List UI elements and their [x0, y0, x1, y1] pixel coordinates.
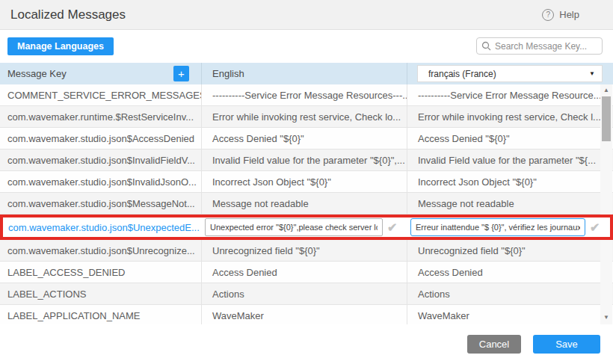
- language-select[interactable]: français (France) ▼: [417, 65, 603, 82]
- confirm-check-icon[interactable]: ✔: [590, 220, 600, 235]
- english-cell: Invalid Field value for the parameter "$…: [202, 149, 407, 170]
- table-row[interactable]: LABEL_ACCESS_DENIEDAccess DeniedAccess D…: [0, 262, 613, 283]
- footer: Cancel Save: [0, 324, 613, 364]
- english-cell: Access Denied "${0}": [202, 128, 407, 149]
- french-cell: Invalid Field value for the parameter "$…: [407, 149, 613, 170]
- add-message-key-button[interactable]: +: [173, 66, 189, 81]
- french-cell: Message not readable: [407, 193, 613, 214]
- manage-languages-button[interactable]: Manage Languages: [7, 37, 114, 55]
- column-header-language: français (France) ▼: [407, 63, 613, 84]
- message-key-cell: com.wavemaker.studio.json$AccessDenied: [0, 128, 202, 149]
- titlebar: Localized Messages ? Help: [0, 0, 613, 30]
- toolbar: Manage Languages: [0, 30, 613, 63]
- french-cell: Error while invoking rest service, Check…: [407, 106, 613, 127]
- french-cell: ----------Service Error Message Resource…: [407, 84, 613, 105]
- english-cell: Error while invoking rest service, Check…: [202, 106, 407, 127]
- scroll-up-icon[interactable]: ▲: [600, 85, 612, 96]
- page-title: Localized Messages: [10, 7, 126, 22]
- english-header-label: English: [212, 68, 244, 79]
- french-edit-input[interactable]: [410, 218, 585, 236]
- message-key-header-label: Message Key: [7, 68, 67, 79]
- french-cell: Unrecognized field "${0}": [407, 240, 613, 261]
- fr-edit-cell: ✔: [407, 218, 610, 237]
- french-cell: Incorrect Json Object "${0}": [407, 171, 613, 192]
- table-row-editing[interactable]: com.wavemaker.studio.json$UnexpectedE...…: [0, 215, 613, 240]
- english-cell: WaveMaker: [202, 305, 407, 324]
- save-button[interactable]: Save: [533, 335, 600, 354]
- french-cell: Access Denied "${0}": [407, 128, 613, 149]
- table-row[interactable]: com.wavemaker.studio.json$Unrecognize...…: [0, 240, 613, 262]
- table-row[interactable]: COMMENT_SERVICE_ERROR_MESSAGES----------…: [0, 84, 613, 106]
- french-cell: WaveMaker: [407, 305, 613, 324]
- table-row[interactable]: LABEL_ACTIONSActionsActions: [0, 283, 613, 305]
- message-key-cell: com.wavemaker.studio.json$InvalidJsonO..…: [0, 171, 202, 192]
- help-link[interactable]: ? Help: [542, 9, 579, 21]
- table-row[interactable]: com.wavemaker.runtime.$RestServiceInv...…: [0, 106, 613, 128]
- message-key-cell: COMMENT_SERVICE_ERROR_MESSAGES: [0, 84, 202, 105]
- messages-table: Message Key + English français (France) …: [0, 63, 613, 324]
- help-label: Help: [559, 9, 579, 20]
- french-cell: Actions: [407, 283, 613, 304]
- message-key-cell: com.wavemaker.studio.json$InvalidFieldV.…: [0, 149, 202, 170]
- chevron-down-icon: ▼: [589, 70, 595, 77]
- vertical-scrollbar[interactable]: ▲ ▼: [600, 84, 612, 324]
- message-key-cell: com.wavemaker.studio.json$UnexpectedE...: [3, 218, 202, 237]
- scrollbar-thumb[interactable]: [602, 96, 611, 141]
- english-cell: Message not readable: [202, 193, 407, 214]
- help-icon: ?: [542, 9, 554, 21]
- search-input[interactable]: [495, 41, 597, 52]
- message-key-cell: com.wavemaker.runtime.$RestServiceInv...: [0, 106, 202, 127]
- scroll-down-icon[interactable]: ▼: [600, 312, 612, 323]
- table-body: COMMENT_SERVICE_ERROR_MESSAGES----------…: [0, 84, 613, 324]
- message-key-cell: com.wavemaker.studio.json$MessageNot...: [0, 193, 202, 214]
- cancel-button[interactable]: Cancel: [467, 335, 521, 354]
- table-row[interactable]: LABEL_APPLICATION_NAMEWaveMakerWaveMaker: [0, 305, 613, 324]
- table-row[interactable]: com.wavemaker.studio.json$InvalidFieldV.…: [0, 149, 613, 171]
- french-cell: Access Denied: [407, 262, 613, 283]
- message-key-cell: LABEL_ACTIONS: [0, 283, 202, 304]
- english-cell: Access Denied: [202, 262, 407, 283]
- search-box[interactable]: [476, 37, 603, 55]
- search-icon: [481, 41, 491, 51]
- english-edit-input[interactable]: [205, 218, 383, 236]
- table-row[interactable]: com.wavemaker.studio.json$InvalidJsonO..…: [0, 171, 613, 193]
- message-key-cell: LABEL_ACCESS_DENIED: [0, 262, 202, 283]
- english-cell: Unrecognized field "${0}": [202, 240, 407, 261]
- confirm-check-icon[interactable]: ✔: [387, 220, 397, 235]
- table-header: Message Key + English français (France) …: [0, 63, 613, 84]
- en-edit-cell: ✔: [202, 218, 407, 237]
- table-row[interactable]: com.wavemaker.studio.json$MessageNot...M…: [0, 193, 613, 215]
- message-key-cell: com.wavemaker.studio.json$Unrecognize...: [0, 240, 202, 261]
- language-select-value: français (France): [428, 69, 496, 79]
- column-header-english: English: [202, 63, 407, 84]
- english-cell: Actions: [202, 283, 407, 304]
- message-key-cell: LABEL_APPLICATION_NAME: [0, 305, 202, 324]
- column-header-message-key: Message Key +: [0, 63, 202, 84]
- table-row[interactable]: com.wavemaker.studio.json$AccessDeniedAc…: [0, 128, 613, 149]
- english-cell: ----------Service Error Message Resource…: [202, 84, 407, 105]
- english-cell: Incorrect Json Object "${0}": [202, 171, 407, 192]
